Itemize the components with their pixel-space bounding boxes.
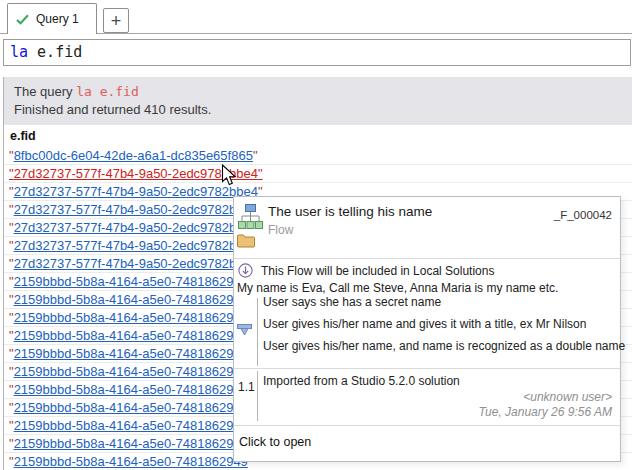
tooltip-title: The user is telling his name — [268, 204, 432, 219]
trigger-item: User gives his/her name, and name is rec… — [263, 335, 625, 357]
down-arrow-icon — [237, 323, 253, 340]
trigger-item: User says she has a secret name — [263, 291, 625, 313]
app-window: Query 1 + la e.fid The query la e.fid Fi… — [0, 0, 632, 470]
tab-label: Query 1 — [36, 12, 79, 26]
plus-icon: + — [111, 12, 122, 30]
mouse-arrow-cursor — [221, 164, 238, 191]
trigger-item: User gives his/her name and gives it wit… — [263, 313, 625, 335]
tooltip-divider — [234, 425, 620, 426]
add-tab-button[interactable]: + — [103, 8, 129, 33]
trigger-block-rule — [257, 298, 258, 366]
status-panel: The query la e.fid Finished and returned… — [4, 77, 632, 125]
check-icon — [16, 14, 29, 25]
flow-hierarchy-icon — [238, 204, 263, 232]
version-block-rule — [257, 371, 258, 421]
result-row[interactable]: "8fbc00dc-6e04-42de-a6a1-dc835e65f865" — [4, 147, 632, 165]
click-to-open-hint: Click to open — [239, 435, 311, 449]
version-note: Imported from a Studio 5.2.0 solution — [263, 374, 460, 388]
result-row[interactable]: "27d32737-577f-47b4-9a50-2edc9782bbe4" — [4, 165, 632, 183]
modified-timestamp: Tue, January 26 9:56 AM — [479, 405, 612, 419]
status-query-echo: la e.fid — [76, 84, 139, 99]
tooltip-type-label: Flow — [268, 223, 293, 237]
query-expression: e.fid — [28, 43, 82, 61]
tab-query-1[interactable]: Query 1 — [7, 3, 97, 34]
query-editor-input[interactable]: la e.fid — [3, 39, 631, 66]
flow-tooltip[interactable]: The user is telling his name Flow _F_000… — [233, 196, 621, 462]
folder-icon — [237, 233, 255, 251]
version-number: 1.1 — [238, 380, 255, 394]
tooltip-divider — [234, 368, 620, 369]
results-column-header: e.fid — [10, 129, 36, 143]
query-keyword: la — [10, 43, 28, 61]
tooltip-divider — [234, 258, 620, 259]
tooltip-include-note: This Flow will be included in Local Solu… — [261, 264, 494, 278]
status-result-count: Finished and returned 410 results. — [14, 101, 632, 119]
modified-by: <unknown user> — [523, 390, 612, 404]
trigger-list: User says she has a secret nameUser give… — [263, 291, 625, 357]
circle-down-arrow-icon — [238, 263, 253, 278]
status-prefix: The query — [14, 84, 76, 99]
tooltip-object-id: _F_000042 — [554, 209, 612, 221]
